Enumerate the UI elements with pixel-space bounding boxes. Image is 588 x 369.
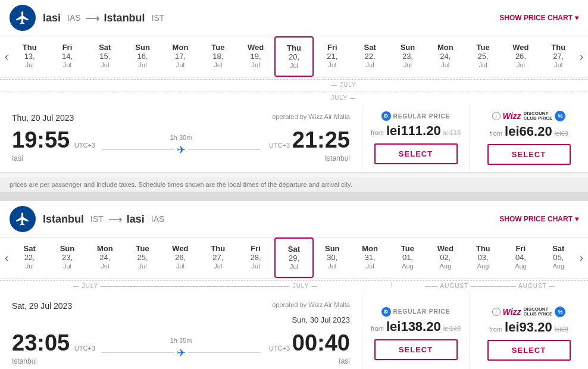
route1-regular-old: lei119	[443, 129, 461, 136]
route1-month-label-row: — JULY —————————————————————————————————…	[0, 78, 588, 104]
route1-date-tab[interactable]: Wed26,Jul	[502, 36, 539, 77]
route1-depart-utc: UTC+3	[74, 142, 95, 149]
route2-date-tabs: Sat22,JulSun23,JulMon24,JulTue25,JulWed2…	[11, 237, 577, 278]
route1-times-row: 19:55 UTC+3 Iasi 1h 30m ✈ UTC+3	[12, 127, 350, 162]
route1-date-tab[interactable]: Thu20,Jul	[274, 36, 313, 77]
route1-date-tab[interactable]: Mon17,Jul	[161, 36, 199, 77]
route2-depart-city: Istanbul	[12, 357, 95, 365]
route2-section: Sat, 29 Jul 2023 operated by Wizz Air Ma…	[0, 292, 588, 369]
route2-month-label-row: — JULY ————————————————————————————— JUL…	[0, 279, 588, 292]
route2-operated-by: operated by Wizz Air Malta	[272, 301, 350, 308]
route2-date-tab[interactable]: Wed26,Jul	[161, 237, 199, 278]
route2-date-tab[interactable]: Thu03,Aug	[464, 237, 502, 278]
route1-regular-from: from	[371, 129, 384, 136]
route2-date-tab[interactable]: Wed02,Aug	[427, 237, 464, 278]
route1-wizz-price-row: from lei66.20 lei69	[489, 124, 568, 139]
route2-date-tab[interactable]: Sun23,Jul	[48, 237, 86, 278]
route1-flight-date: Thu, 20 Jul 2023	[12, 113, 74, 123]
route2-aug-seg: —— AUGUST ——————— AUGUST —	[393, 280, 588, 289]
route2-date-tab[interactable]: Thu27,Jul	[199, 237, 237, 278]
route1-depart-time: 19:55	[12, 127, 70, 152]
route1-from-iata: IAS	[67, 13, 81, 23]
route1-arrow-line: ✈	[101, 143, 261, 157]
route2-date-tab[interactable]: Fri04,Aug	[502, 237, 539, 278]
route1-date-nav: ‹ Thu13,JulFri14,JulSat15,JulSun16,JulMo…	[0, 36, 588, 78]
route2-date-tab[interactable]: Mon31,Jul	[351, 237, 389, 278]
route1-wizz-brand: Wizz DISCOUNT CLUB PRICE	[503, 111, 553, 121]
route2-arrow: ⟶	[108, 214, 122, 225]
route2-depart-time: 23:05	[12, 330, 70, 355]
route1-plane-flight-icon: ✈	[177, 143, 186, 157]
route2-regular-price-row: from lei138.20 lei149	[371, 319, 461, 334]
route1-prev-arrow[interactable]: ‹	[2, 46, 11, 68]
route2-next-arrow[interactable]: ›	[577, 247, 586, 269]
route1-date-tabs: Thu13,JulFri14,JulSat15,JulSun16,JulMon1…	[11, 36, 577, 77]
route1-wizz-amount: lei66.20	[505, 124, 552, 139]
route1-regular-select-button[interactable]: SELECT	[374, 143, 458, 164]
route2-regular-price-col: ⚙ REGULAR PRICE from lei138.20 lei149 SE…	[362, 292, 469, 369]
route1-arrow: ⟶	[86, 12, 99, 24]
route1-flight-card: Thu, 20 Jul 2023 operated by Wizz Air Ma…	[0, 104, 588, 173]
route2-date-tab[interactable]: Sat29,Jul	[274, 237, 313, 278]
info-icon: i	[492, 112, 501, 120]
route2-to-city: Iasi	[127, 213, 145, 226]
route1-show-price-chart[interactable]: SHOW PRICE CHART ▾	[499, 14, 578, 22]
route2-regular-select-button[interactable]: SELECT	[374, 339, 458, 360]
route1-regular-price-row: from lei111.20 lei119	[371, 123, 461, 139]
route1-date-tab[interactable]: Sat15,Jul	[86, 36, 124, 77]
route2-prev-arrow[interactable]: ‹	[2, 247, 11, 269]
route1-arrive-block: UTC+3 21:25 Istanbul	[267, 127, 350, 162]
route1-depart-city: Iasi	[12, 154, 95, 162]
route1-date-tab[interactable]: Sun23,Jul	[389, 36, 426, 77]
route1-date-tab[interactable]: Thu13,Jul	[11, 36, 48, 77]
route1-date-tab[interactable]: Sun16,Jul	[124, 36, 161, 77]
route1-arrive-utc: UTC+3	[269, 142, 290, 149]
route2-duration: 1h 35m	[170, 337, 192, 344]
route2-arrive-time: 00:40	[292, 330, 350, 355]
route2-wizz-label: i Wizz DISCOUNT CLUB PRICE %	[492, 307, 566, 317]
route2-date-tab[interactable]: Tue01,Aug	[389, 237, 426, 278]
route1-date-tab[interactable]: Tue18,Jul	[199, 36, 237, 77]
route1-operated-by: operated by Wizz Air Malta	[272, 113, 350, 120]
route2-date-tab[interactable]: Fri28,Jul	[237, 237, 274, 278]
route2-depart-block: 23:05 UTC+3 Istanbul	[12, 330, 95, 365]
route2-wizz-price-col: i Wizz DISCOUNT CLUB PRICE % from lei93.…	[469, 292, 588, 369]
route2-flight-main: Sat, 29 Jul 2023 operated by Wizz Air Ma…	[0, 292, 588, 369]
route2-flight-card: Sat, 29 Jul 2023 operated by Wizz Air Ma…	[0, 292, 588, 369]
route2-regular-amount: lei138.20	[386, 319, 441, 334]
route2-arrive-utc: UTC+3	[269, 345, 290, 352]
route2-header: Istanbul IST ⟶ Iasi IAS SHOW PRICE CHART…	[0, 201, 588, 237]
route2-regular-price-label: ⚙ REGULAR PRICE	[381, 307, 451, 317]
route1-date-tab[interactable]: Thu27,Jul	[540, 36, 577, 77]
route1-month-seg: — JULY —————————————————————————————————…	[0, 79, 588, 101]
route2-plane-icon	[10, 206, 36, 232]
route2-date-tab[interactable]: Sat05,Aug	[540, 237, 577, 278]
route1-wizz-label: i Wizz DISCOUNT CLUB PRICE %	[492, 111, 566, 121]
route2-date-tab[interactable]: Tue25,Jul	[124, 237, 161, 278]
route2-arrive-block: UTC+3 00:40 Iasi	[267, 330, 350, 365]
route2-date-tab[interactable]: Sun30,Jul	[314, 237, 351, 278]
route1-date-tab[interactable]: Wed19,Jul	[237, 36, 274, 77]
route2-regular-old: lei149	[443, 325, 461, 332]
chevron-down-icon: ▾	[575, 14, 578, 22]
route1-date-tab[interactable]: Tue25,Jul	[464, 36, 502, 77]
route2-wizz-select-button[interactable]: SELECT	[487, 340, 571, 361]
route2-discount-badge: %	[555, 307, 565, 317]
route1-to-city: Istanbul	[104, 12, 145, 24]
route1-arrive-city: Istanbul	[267, 154, 350, 162]
route1-date-tab[interactable]: Sat22,Jul	[351, 36, 389, 77]
route1-next-arrow[interactable]: ›	[577, 46, 586, 68]
route2-date-tab[interactable]: Sat22,Jul	[11, 237, 48, 278]
route1-wizz-from: from	[489, 130, 502, 137]
route1-wizz-select-button[interactable]: SELECT	[487, 144, 571, 165]
route1-header: Iasi IAS ⟶ Istanbul IST SHOW PRICE CHART…	[0, 0, 588, 36]
route1-date-tab[interactable]: Fri14,Jul	[48, 36, 86, 77]
disclaimer: prices are per passenger and include tax…	[0, 177, 588, 192]
route2-date-tab[interactable]: Mon24,Jul	[86, 237, 124, 278]
route2-show-price-chart[interactable]: SHOW PRICE CHART ▾	[499, 215, 578, 223]
route1-date-tab[interactable]: Fri21,Jul	[314, 36, 351, 77]
route2-wizz-brand: Wizz DISCOUNT CLUB PRICE	[503, 307, 553, 317]
route1-date-tab[interactable]: Mon24,Jul	[427, 36, 464, 77]
route2-arrow-line: ✈	[101, 346, 261, 359]
route2-from-city: Istanbul	[43, 213, 84, 226]
